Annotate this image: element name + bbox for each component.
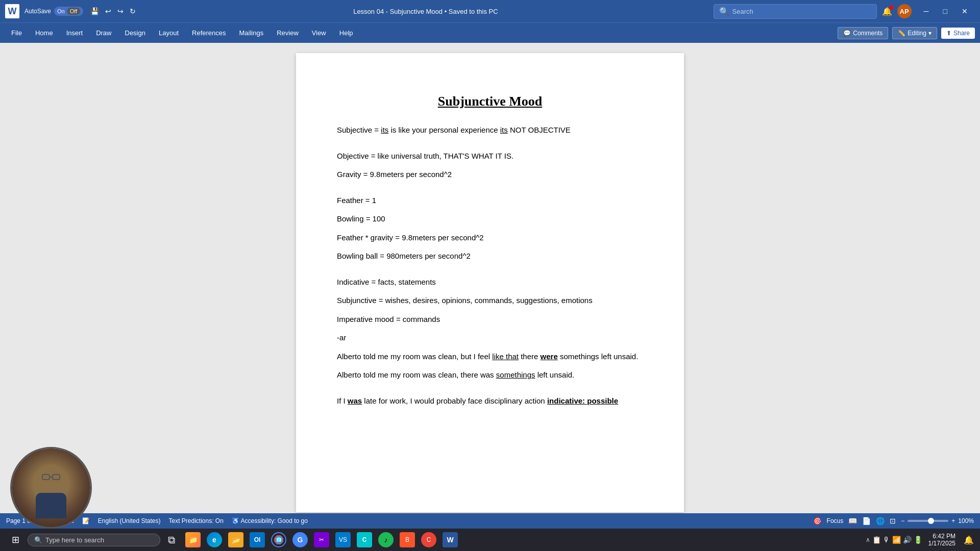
start-button[interactable]: ⊞ [4,529,27,551]
menu-file[interactable]: File [5,26,28,40]
taskbar-app-files[interactable]: 📂 [226,530,246,550]
editing-button[interactable]: ✏️ Editing ▾ [892,27,937,39]
spacer-2 [337,188,643,195]
comments-button[interactable]: 💬 Comments [838,27,888,39]
taskbar-app-chrome2[interactable]: C [419,530,439,550]
tray-chevron-icon[interactable]: ∧ [866,536,870,543]
zoom-slider[interactable] [908,520,948,522]
menu-help[interactable]: Help [333,26,359,40]
share-button[interactable]: ⬆ Share [941,28,975,39]
time-display: 6:42 PM [928,533,955,540]
paragraph-4: Feather = 1 [337,195,643,207]
menu-design[interactable]: Design [119,26,152,40]
taskbar-app-vscode[interactable]: VS [333,530,353,550]
zoom-out-icon[interactable]: − [901,517,904,524]
tray-wifi-icon[interactable]: 📶 [892,536,901,544]
document-heading: Subjunctive Mood [337,94,643,109]
maximize-button[interactable]: □ [936,0,954,22]
spacer-3 [337,269,643,277]
underline-its-1: its [381,126,388,134]
taskbar-app-canva[interactable]: C [354,530,375,550]
read-mode-icon[interactable]: 📖 [848,517,857,525]
taskbar-app-spotify[interactable]: ♪ [376,530,396,550]
minimize-button[interactable]: ─ [917,0,936,22]
close-button[interactable]: ✕ [954,0,975,22]
user-avatar[interactable]: AP [897,4,912,18]
paragraph-10: Imperative mood = commands [337,314,643,325]
underline-somethings: somethings [496,370,535,379]
accessibility-status[interactable]: ♿ Accessibility: Good to go [232,517,308,524]
editing-label: Editing [908,30,926,37]
save-icon[interactable]: 💾 [88,6,101,16]
autosave-off-label[interactable]: Off [67,8,80,15]
menu-view[interactable]: View [306,26,332,40]
menu-insert[interactable]: Insert [60,26,89,40]
taskbar-app-word[interactable]: W [440,530,460,550]
underline-bold-indicative: indicative: possible [547,396,618,405]
window-controls: ─ □ ✕ [917,0,975,22]
tray-battery-icon[interactable]: 🔋 [914,536,922,544]
autosave-toggle[interactable]: On Off [54,7,83,16]
redo-icon[interactable]: ↻ [128,6,138,16]
notification-icon[interactable]: 🔔 [882,7,892,16]
print-layout-icon[interactable]: 📄 [862,517,871,525]
comment-icon: 💬 [843,30,851,37]
notification-dot [889,6,893,10]
document-page[interactable]: Subjunctive Mood Subjective = its is lik… [296,53,684,512]
focus-label[interactable]: Focus [827,517,844,524]
web-layout-icon[interactable]: 🌐 [876,517,885,525]
search-input[interactable] [732,8,871,15]
paragraph-13: Alberto told me my room was clean, there… [337,369,643,381]
underline-like-that: like that [492,352,519,361]
text-predictions[interactable]: Text Predictions: On [169,517,224,524]
undo-icon[interactable]: ↩ [103,6,113,16]
taskbar-app-explorer[interactable]: 📁 [183,530,203,550]
taskbar-app-googlebar[interactable]: G [290,530,310,550]
menu-references[interactable]: References [186,26,232,40]
menu-bar: File Home Insert Draw Design Layout Refe… [0,22,980,43]
taskbar-app-brave[interactable]: B [397,530,418,550]
taskbar-app-outlook[interactable]: Ol [247,530,267,550]
status-bar: Page 1 of 6 646 words 📝 English (United … [0,513,980,529]
quick-access-toolbar: 💾 ↩ ↪ ↻ [88,6,138,16]
menu-draw[interactable]: Draw [90,26,117,40]
menu-bar-right: 💬 Comments ✏️ Editing ▾ ⬆ Share [838,27,975,39]
taskbar-search[interactable]: 🔍 Type here to search [28,534,160,546]
taskbar-app-chrome[interactable]: 🌐 [268,530,289,550]
comments-label: Comments [853,30,883,37]
taskbar: ⊞ 🔍 Type here to search ⧉ 📁 e 📂 Ol 🌐 G ✂… [0,529,980,551]
clock[interactable]: 6:42 PM 1/17/2025 [924,533,960,547]
edit-icon: ✏️ [898,30,905,37]
share-icon: ⬆ [946,30,951,37]
search-icon: 🔍 [719,7,729,16]
tray-mic-icon[interactable]: 🎙 [883,536,890,544]
taskbar-right: ∧ 📋 🎙 📶 🔊 🔋 6:42 PM 1/17/2025 🔔 [866,533,976,547]
tray-speaker-icon[interactable]: 🔊 [903,536,912,544]
undo-arrow-icon[interactable]: ↪ [115,6,126,16]
menu-review[interactable]: Review [271,26,305,40]
taskbar-app-snip[interactable]: ✂ [311,530,332,550]
language-indicator[interactable]: English (United States) [98,517,161,524]
webcam-feed [12,448,90,527]
status-bar-right: 🎯 Focus 📖 📄 🌐 ⊡ − + 100% [813,517,974,525]
focus-mode-icon[interactable]: ⊡ [890,517,896,525]
paragraph-9: Subjunctive = wishes, desires, opinions,… [337,295,643,307]
tray-clipboard-icon[interactable]: 📋 [872,536,881,544]
zoom-control[interactable]: − + 100% [901,517,974,524]
accessibility-label: Accessibility: Good to go [241,517,308,524]
paragraph-1: Subjective = its is like your personal e… [337,124,643,136]
taskbar-app-edge[interactable]: e [204,530,225,550]
taskbar-task-view[interactable]: ⧉ [161,530,182,550]
menu-home[interactable]: Home [29,26,59,40]
menu-mailings[interactable]: Mailings [233,26,270,40]
zoom-in-icon[interactable]: + [951,517,955,524]
paragraph-7: Bowling ball = 980meters per second^2 [337,251,643,262]
taskbar-search-icon: 🔍 [34,536,42,544]
editing-chevron-icon: ▾ [928,30,932,37]
search-bar[interactable]: 🔍 [714,4,877,19]
spacer-1 [337,143,643,151]
focus-button[interactable]: 🎯 [813,517,822,525]
notification-center-icon[interactable]: 🔔 [962,535,976,545]
taskbar-search-placeholder: Type here to search [45,536,104,544]
menu-layout[interactable]: Layout [153,26,185,40]
